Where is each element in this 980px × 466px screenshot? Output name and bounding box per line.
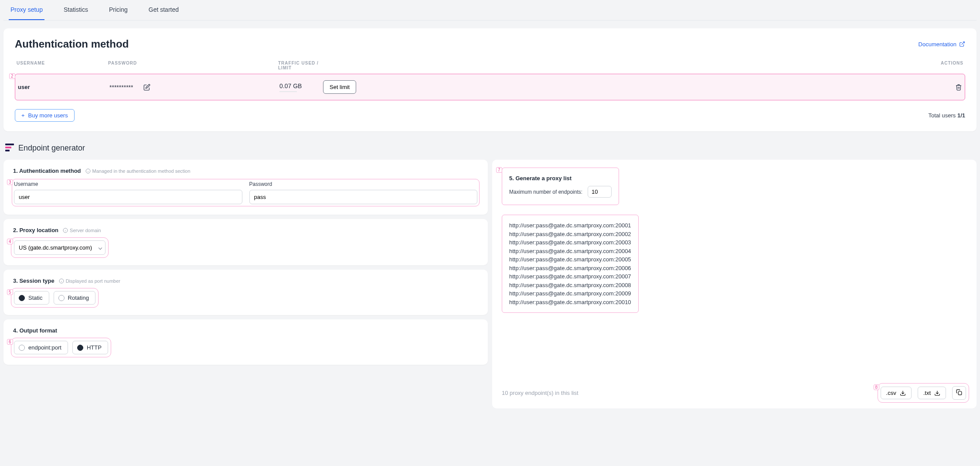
copy-icon [956, 389, 962, 395]
proxy-endpoint: http://user:pass@gate.dc.smartproxy.com:… [509, 289, 631, 298]
tab-get-started[interactable]: Get started [147, 0, 180, 20]
tab-pricing[interactable]: Pricing [107, 0, 129, 20]
step1-title: 1. Authentication method [13, 168, 81, 174]
auth-title: Authentication method [15, 38, 129, 50]
radio-icon [19, 345, 25, 351]
radio-icon [58, 295, 65, 301]
th-username: USERNAME [17, 61, 108, 70]
auth-table-header: USERNAME PASSWORD TRAFFIC USED / LIMIT A… [15, 61, 965, 74]
proxy-endpoint: http://user:pass@gate.dc.smartproxy.com:… [509, 247, 631, 256]
step5-title: 5. Generate a proxy list [509, 175, 572, 182]
proxy-location-value: US (gate.dc.smartproxy.com) [19, 244, 92, 251]
proxy-endpoint: http://user:pass@gate.dc.smartproxy.com:… [509, 221, 631, 230]
svg-rect-12 [958, 391, 962, 395]
annotation-2: 2 [9, 73, 15, 79]
buy-more-users-button[interactable]: + Buy more users [15, 109, 75, 122]
traffic-bar [279, 91, 297, 92]
export-controls: 8 .csv .txt [880, 385, 967, 401]
step2-card: 2. Proxy location Server domain 4 US (ga… [3, 219, 488, 265]
proxy-location-select[interactable]: US (gate.dc.smartproxy.com) [14, 240, 105, 255]
documentation-link-label: Documentation [919, 41, 956, 48]
chevron-down-icon [99, 246, 102, 249]
format-http-option[interactable]: HTTP [72, 341, 108, 354]
download-txt-button[interactable]: .txt [918, 387, 946, 399]
traffic-value: 0.07 GB [279, 82, 323, 89]
info-icon [63, 228, 68, 233]
proxy-endpoint: http://user:pass@gate.dc.smartproxy.com:… [509, 281, 631, 290]
radio-icon [77, 345, 83, 351]
username-label: Username [14, 181, 242, 187]
tab-statistics[interactable]: Statistics [62, 0, 90, 20]
documentation-link[interactable]: Documentation [919, 41, 965, 48]
trash-icon[interactable] [955, 84, 962, 91]
proxy-list: http://user:pass@gate.dc.smartproxy.com:… [502, 215, 639, 313]
proxy-endpoint: http://user:pass@gate.dc.smartproxy.com:… [509, 238, 631, 247]
download-icon [934, 390, 940, 396]
external-link-icon [959, 41, 965, 47]
th-traffic: TRAFFIC USED / LIMIT [278, 61, 322, 70]
authentication-card: Authentication method Documentation USER… [3, 28, 977, 131]
generate-top: 7 5. Generate a proxy list Maximum numbe… [502, 168, 619, 205]
password-input[interactable] [249, 190, 478, 204]
annotation-4: 4 [7, 239, 13, 244]
step3-hint: Displayed as port number [59, 278, 120, 284]
step2-title: 2. Proxy location [13, 227, 58, 233]
cell-username: user [18, 84, 109, 90]
user-row: 2 user ********** 0.07 GB Set limit [15, 74, 965, 100]
step5-card: 7 5. Generate a proxy list Maximum numbe… [492, 160, 977, 408]
proxy-endpoint: http://user:pass@gate.dc.smartproxy.com:… [509, 264, 631, 273]
svg-line-0 [962, 42, 964, 45]
proxy-endpoint: http://user:pass@gate.dc.smartproxy.com:… [509, 230, 631, 239]
set-limit-button[interactable]: Set limit [323, 80, 356, 94]
download-icon [900, 390, 906, 396]
password-label: Password [249, 181, 478, 187]
max-endpoints-input[interactable] [588, 186, 612, 198]
top-tabs: Proxy setup Statistics Pricing Get start… [3, 0, 977, 21]
endpoint-section-title: Endpoint generator [18, 144, 85, 153]
annotation-6: 6 [7, 339, 13, 345]
step4-title: 4. Output format [13, 327, 57, 334]
step3-card: 3. Session type Displayed as port number… [3, 270, 488, 315]
session-static-option[interactable]: Static [14, 291, 49, 305]
radio-icon [19, 295, 25, 301]
session-rotating-option[interactable]: Rotating [54, 291, 95, 305]
th-actions: ACTIONS [929, 61, 963, 70]
step1-hint: Managed in the authentication method sec… [85, 168, 191, 174]
buy-more-users-label: Buy more users [28, 112, 68, 119]
step1-card: 1. Authentication method Managed in the … [3, 160, 488, 215]
annotation-3: 3 [7, 179, 13, 185]
th-password: PASSWORD [108, 61, 278, 70]
endpoint-section-header: Endpoint generator [5, 144, 977, 153]
annotation-7: 7 [496, 167, 502, 173]
plus-icon: + [21, 112, 25, 119]
format-endpoint-option[interactable]: endpoint:port [14, 341, 68, 354]
copy-button[interactable] [952, 386, 966, 400]
username-input[interactable] [14, 190, 242, 204]
step3-title: 3. Session type [13, 278, 54, 284]
info-icon [59, 278, 64, 284]
step4-card: 4. Output format 6 endpoint:port HTTP [3, 319, 488, 365]
cell-traffic: 0.07 GB [279, 82, 323, 92]
proxy-endpoint: http://user:pass@gate.dc.smartproxy.com:… [509, 272, 631, 281]
proxy-endpoint: http://user:pass@gate.dc.smartproxy.com:… [509, 255, 631, 264]
tab-proxy-setup[interactable]: Proxy setup [9, 0, 44, 20]
cell-password: ********** [109, 84, 279, 91]
proxy-endpoint: http://user:pass@gate.dc.smartproxy.com:… [509, 298, 631, 307]
step2-hint: Server domain [63, 228, 101, 233]
proxy-list-count: 10 proxy endpoint(s) in this list [502, 390, 578, 396]
download-csv-button[interactable]: .csv [881, 387, 912, 399]
annotation-5: 5 [7, 289, 13, 295]
annotation-8: 8 [874, 384, 880, 390]
endpoint-icon [5, 144, 14, 153]
password-masked: ********** [109, 84, 133, 91]
edit-icon[interactable] [143, 84, 150, 91]
total-users: Total users 1/1 [928, 112, 965, 119]
info-icon [85, 168, 91, 174]
max-endpoints-label: Maximum number of endpoints: [509, 189, 582, 195]
